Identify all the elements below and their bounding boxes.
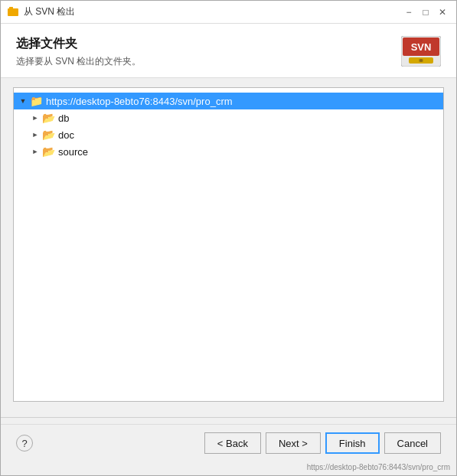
source-folder-icon: 📂 — [41, 146, 55, 157]
svg-rect-7 — [419, 59, 423, 62]
tree-item-source[interactable]: ► 📂 source — [14, 143, 443, 160]
separator — [1, 417, 456, 418]
svg-rect-1 — [9, 7, 13, 9]
expand-source-button[interactable]: ► — [29, 145, 41, 158]
footer-buttons: < Back Next > Finish Cancel — [204, 432, 441, 454]
expand-db-button[interactable]: ► — [29, 112, 41, 124]
title-controls: − □ ✕ — [401, 5, 450, 20]
maximize-button[interactable]: □ — [418, 5, 433, 20]
cancel-button[interactable]: Cancel — [384, 432, 441, 454]
window-icon — [7, 6, 19, 18]
close-button[interactable]: ✕ — [435, 5, 450, 20]
source-item-label: source — [58, 146, 88, 158]
svg-rect-0 — [8, 8, 18, 16]
page-subtitle: 选择要从 SVN 检出的文件夹。 — [16, 55, 141, 68]
footer-left: ? — [16, 435, 33, 452]
next-button[interactable]: Next > — [266, 432, 321, 454]
doc-item-label: doc — [58, 129, 74, 141]
expand-doc-button[interactable]: ► — [29, 129, 41, 141]
doc-folder-icon: 📂 — [41, 129, 55, 140]
tree-panel[interactable]: ▼ 📁 https://desktop-8ebto76:8443/svn/pro… — [13, 87, 444, 402]
status-bar: https://desktop-8ebto76:8443/svn/pro_crm — [1, 461, 456, 475]
help-button[interactable]: ? — [16, 435, 33, 452]
footer-section: ? < Back Next > Finish Cancel — [1, 424, 456, 461]
svg-text:SVN: SVN — [411, 41, 432, 53]
tree-root-item[interactable]: ▼ 📁 https://desktop-8ebto76:8443/svn/pro… — [14, 93, 443, 109]
back-button[interactable]: < Back — [204, 432, 261, 454]
root-folder-icon: 📁 — [29, 96, 43, 106]
content-section: ▼ 📁 https://desktop-8ebto76:8443/svn/pro… — [1, 78, 456, 411]
main-window: 从 SVN 检出 − □ ✕ 选择文件夹 选择要从 SVN 检出的文件夹。 SV… — [0, 0, 457, 476]
window-title: 从 SVN 检出 — [24, 5, 75, 18]
title-bar: 从 SVN 检出 − □ ✕ — [1, 1, 456, 24]
title-bar-left: 从 SVN 检出 — [7, 5, 75, 18]
page-title: 选择文件夹 — [16, 36, 141, 52]
db-item-label: db — [58, 112, 69, 124]
header-section: 选择文件夹 选择要从 SVN 检出的文件夹。 SVN — [1, 24, 456, 78]
finish-button[interactable]: Finish — [325, 432, 380, 454]
db-folder-icon: 📂 — [41, 112, 55, 123]
expand-root-button[interactable]: ▼ — [17, 95, 29, 107]
root-item-label: https://desktop-8ebto76:8443/svn/pro_crm — [46, 96, 233, 107]
tree-item-doc[interactable]: ► 📂 doc — [14, 126, 443, 143]
tree-item-db[interactable]: ► 📂 db — [14, 109, 443, 126]
status-text: https://desktop-8ebto76:8443/svn/pro_crm — [307, 463, 450, 471]
minimize-button[interactable]: − — [401, 5, 416, 20]
svn-logo: SVN — [401, 36, 441, 67]
header-text: 选择文件夹 选择要从 SVN 检出的文件夹。 — [16, 36, 141, 68]
